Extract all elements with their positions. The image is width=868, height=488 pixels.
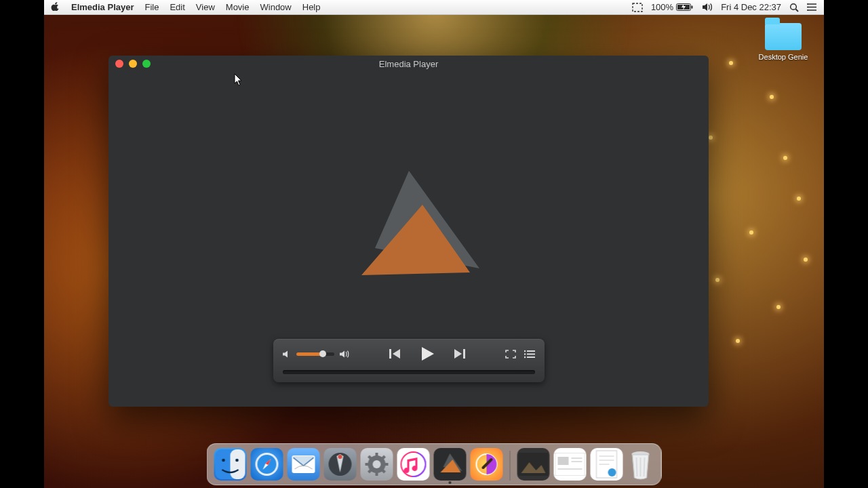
dock-app-system-preferences[interactable] — [361, 448, 393, 481]
menubar-status: 100% Fri 4 Dec 22:37 — [632, 2, 817, 12]
menubar: Elmedia Player File Edit View Movie Wind… — [44, 0, 824, 15]
dock-divider — [510, 451, 511, 481]
menu-file[interactable]: File — [145, 2, 159, 12]
dock-app-mail[interactable] — [288, 448, 320, 481]
volume-max-icon[interactable] — [340, 350, 350, 358]
view-controls — [505, 350, 535, 359]
svg-point-6 — [807, 3, 808, 5]
notifications-icon[interactable] — [807, 3, 817, 12]
dock — [207, 443, 662, 485]
window-traffic-lights — [108, 60, 151, 68]
menubar-app-name[interactable]: Elmedia Player — [71, 2, 134, 12]
svg-point-37 — [373, 460, 381, 468]
menu-edit[interactable]: Edit — [170, 2, 184, 12]
letterbox-right — [824, 0, 868, 488]
svg-point-4 — [791, 3, 797, 9]
menu-view[interactable]: View — [196, 2, 215, 12]
dock-app-colorsync[interactable] — [471, 448, 503, 481]
dock-doc-image[interactable] — [517, 448, 550, 481]
battery-percent-label: 100% — [651, 2, 673, 12]
dock-app-finder[interactable] — [214, 448, 247, 481]
svg-point-16 — [524, 350, 526, 352]
next-button[interactable] — [453, 348, 465, 359]
svg-line-5 — [796, 9, 799, 12]
elmedia-logo-icon — [334, 167, 484, 298]
dock-app-elmedia[interactable] — [434, 448, 467, 481]
svg-rect-11 — [389, 349, 391, 359]
volume-slider[interactable] — [296, 352, 334, 356]
svg-marker-13 — [422, 347, 434, 361]
window-title: Elmedia Player — [108, 59, 709, 69]
player-viewport[interactable] — [108, 72, 709, 407]
svg-point-51 — [608, 468, 616, 476]
apple-menu-icon[interactable] — [51, 1, 60, 13]
svg-point-17 — [524, 353, 526, 355]
svg-rect-2 — [692, 6, 693, 9]
svg-point-22 — [235, 459, 239, 462]
svg-point-18 — [524, 356, 526, 358]
svg-rect-15 — [463, 349, 465, 359]
spotlight-icon[interactable] — [789, 3, 799, 12]
svg-rect-0 — [633, 3, 642, 12]
player-controls — [273, 339, 545, 382]
menubar-items: File Edit View Movie Window Help — [145, 2, 321, 12]
window-close-button[interactable] — [115, 60, 123, 68]
transport-controls — [350, 346, 505, 362]
play-button[interactable] — [419, 346, 435, 362]
elmedia-window: Elmedia Player — [108, 56, 709, 407]
playlist-button[interactable] — [524, 350, 535, 359]
folder-icon — [765, 23, 802, 50]
menu-window[interactable]: Window — [260, 2, 292, 12]
dock-app-itunes[interactable] — [397, 448, 430, 481]
window-minimize-button[interactable] — [129, 60, 137, 68]
window-zoom-button[interactable] — [142, 60, 151, 68]
dock-trash[interactable] — [627, 449, 654, 481]
screenshot-region-icon[interactable] — [632, 3, 643, 12]
menu-help[interactable]: Help — [302, 2, 321, 12]
menu-movie[interactable]: Movie — [226, 2, 250, 12]
letterbox-left — [0, 0, 44, 488]
dock-app-safari[interactable] — [251, 448, 283, 481]
svg-point-31 — [338, 455, 342, 459]
desktop-folder-genie[interactable]: Desktop Genie — [756, 23, 810, 61]
volume-thumb[interactable] — [319, 350, 326, 357]
volume-icon[interactable] — [702, 3, 713, 12]
clock-label[interactable]: Fri 4 Dec 22:37 — [721, 2, 781, 12]
dock-app-launchpad[interactable] — [324, 448, 357, 481]
desktop: Elmedia Player File Edit View Movie Wind… — [44, 0, 824, 488]
svg-rect-46 — [558, 457, 569, 465]
svg-point-8 — [807, 9, 808, 11]
fullscreen-button[interactable] — [505, 350, 516, 359]
previous-button[interactable] — [389, 348, 401, 359]
window-titlebar[interactable]: Elmedia Player — [108, 56, 709, 72]
progress-bar[interactable] — [283, 370, 535, 374]
svg-marker-12 — [393, 349, 400, 359]
battery-status[interactable]: 100% — [651, 2, 694, 12]
volume-mute-icon[interactable] — [283, 350, 291, 358]
desktop-folder-label: Desktop Genie — [756, 53, 810, 61]
svg-point-7 — [807, 7, 808, 8]
svg-marker-14 — [454, 349, 462, 359]
svg-rect-20 — [231, 449, 245, 479]
svg-point-21 — [222, 459, 225, 462]
volume-control — [283, 350, 350, 358]
dock-doc-document[interactable] — [591, 448, 623, 481]
dock-doc-contacts[interactable] — [554, 448, 587, 481]
